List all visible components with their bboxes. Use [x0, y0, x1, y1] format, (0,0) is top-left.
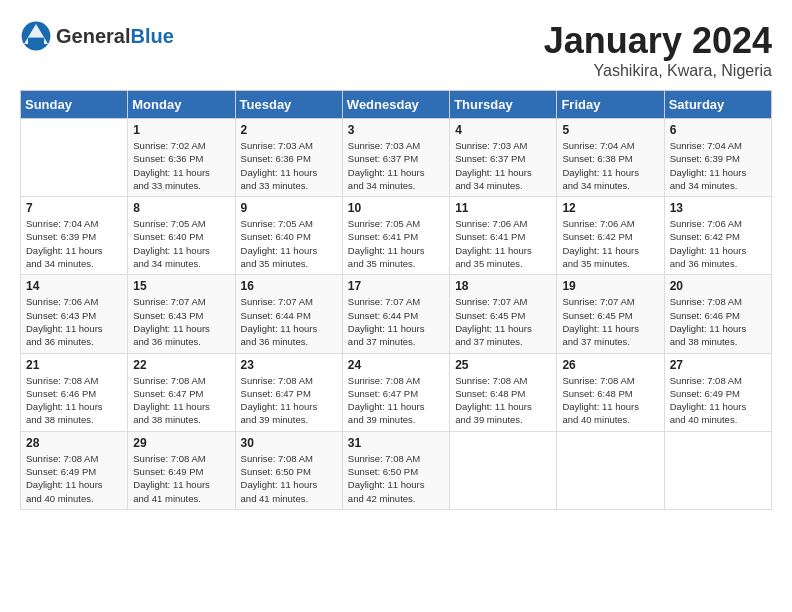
day-detail: Sunrise: 7:05 AM Sunset: 6:41 PM Dayligh… [348, 217, 444, 270]
calendar-cell: 17Sunrise: 7:07 AM Sunset: 6:44 PM Dayli… [342, 275, 449, 353]
day-number: 28 [26, 436, 122, 450]
calendar-week-row: 28Sunrise: 7:08 AM Sunset: 6:49 PM Dayli… [21, 431, 772, 509]
calendar-cell: 8Sunrise: 7:05 AM Sunset: 6:40 PM Daylig… [128, 197, 235, 275]
day-number: 25 [455, 358, 551, 372]
day-number: 12 [562, 201, 658, 215]
day-number: 4 [455, 123, 551, 137]
calendar-cell: 12Sunrise: 7:06 AM Sunset: 6:42 PM Dayli… [557, 197, 664, 275]
day-detail: Sunrise: 7:05 AM Sunset: 6:40 PM Dayligh… [241, 217, 337, 270]
calendar-cell [450, 431, 557, 509]
calendar-cell: 28Sunrise: 7:08 AM Sunset: 6:49 PM Dayli… [21, 431, 128, 509]
calendar-cell: 1Sunrise: 7:02 AM Sunset: 6:36 PM Daylig… [128, 119, 235, 197]
calendar-cell: 23Sunrise: 7:08 AM Sunset: 6:47 PM Dayli… [235, 353, 342, 431]
day-detail: Sunrise: 7:05 AM Sunset: 6:40 PM Dayligh… [133, 217, 229, 270]
calendar-cell [557, 431, 664, 509]
day-detail: Sunrise: 7:04 AM Sunset: 6:39 PM Dayligh… [670, 139, 766, 192]
day-detail: Sunrise: 7:07 AM Sunset: 6:43 PM Dayligh… [133, 295, 229, 348]
day-detail: Sunrise: 7:06 AM Sunset: 6:42 PM Dayligh… [670, 217, 766, 270]
calendar-cell: 19Sunrise: 7:07 AM Sunset: 6:45 PM Dayli… [557, 275, 664, 353]
calendar-title: January 2024 [544, 20, 772, 62]
day-number: 6 [670, 123, 766, 137]
calendar-cell: 25Sunrise: 7:08 AM Sunset: 6:48 PM Dayli… [450, 353, 557, 431]
day-number: 16 [241, 279, 337, 293]
day-number: 24 [348, 358, 444, 372]
day-detail: Sunrise: 7:07 AM Sunset: 6:45 PM Dayligh… [455, 295, 551, 348]
day-number: 29 [133, 436, 229, 450]
day-number: 23 [241, 358, 337, 372]
day-number: 22 [133, 358, 229, 372]
calendar-cell: 20Sunrise: 7:08 AM Sunset: 6:46 PM Dayli… [664, 275, 771, 353]
day-number: 30 [241, 436, 337, 450]
day-detail: Sunrise: 7:06 AM Sunset: 6:41 PM Dayligh… [455, 217, 551, 270]
calendar-cell: 10Sunrise: 7:05 AM Sunset: 6:41 PM Dayli… [342, 197, 449, 275]
calendar-cell: 9Sunrise: 7:05 AM Sunset: 6:40 PM Daylig… [235, 197, 342, 275]
day-number: 20 [670, 279, 766, 293]
day-detail: Sunrise: 7:04 AM Sunset: 6:38 PM Dayligh… [562, 139, 658, 192]
day-number: 15 [133, 279, 229, 293]
day-number: 1 [133, 123, 229, 137]
day-number: 3 [348, 123, 444, 137]
day-detail: Sunrise: 7:07 AM Sunset: 6:45 PM Dayligh… [562, 295, 658, 348]
calendar-cell: 2Sunrise: 7:03 AM Sunset: 6:36 PM Daylig… [235, 119, 342, 197]
logo-text: GeneralBlue [56, 25, 174, 47]
day-number: 26 [562, 358, 658, 372]
day-detail: Sunrise: 7:08 AM Sunset: 6:46 PM Dayligh… [26, 374, 122, 427]
page-header: GeneralBlue January 2024 Yashikira, Kwar… [20, 20, 772, 80]
calendar-cell: 3Sunrise: 7:03 AM Sunset: 6:37 PM Daylig… [342, 119, 449, 197]
calendar-cell: 27Sunrise: 7:08 AM Sunset: 6:49 PM Dayli… [664, 353, 771, 431]
calendar-cell: 29Sunrise: 7:08 AM Sunset: 6:49 PM Dayli… [128, 431, 235, 509]
day-detail: Sunrise: 7:08 AM Sunset: 6:48 PM Dayligh… [455, 374, 551, 427]
calendar-week-row: 14Sunrise: 7:06 AM Sunset: 6:43 PM Dayli… [21, 275, 772, 353]
day-detail: Sunrise: 7:06 AM Sunset: 6:43 PM Dayligh… [26, 295, 122, 348]
day-detail: Sunrise: 7:08 AM Sunset: 6:47 PM Dayligh… [241, 374, 337, 427]
header-saturday: Saturday [664, 91, 771, 119]
day-detail: Sunrise: 7:04 AM Sunset: 6:39 PM Dayligh… [26, 217, 122, 270]
calendar-week-row: 1Sunrise: 7:02 AM Sunset: 6:36 PM Daylig… [21, 119, 772, 197]
calendar-week-row: 21Sunrise: 7:08 AM Sunset: 6:46 PM Dayli… [21, 353, 772, 431]
calendar-cell: 24Sunrise: 7:08 AM Sunset: 6:47 PM Dayli… [342, 353, 449, 431]
logo: GeneralBlue [20, 20, 174, 52]
day-number: 27 [670, 358, 766, 372]
day-detail: Sunrise: 7:08 AM Sunset: 6:46 PM Dayligh… [670, 295, 766, 348]
day-detail: Sunrise: 7:08 AM Sunset: 6:50 PM Dayligh… [348, 452, 444, 505]
day-number: 13 [670, 201, 766, 215]
calendar-cell: 18Sunrise: 7:07 AM Sunset: 6:45 PM Dayli… [450, 275, 557, 353]
day-detail: Sunrise: 7:08 AM Sunset: 6:49 PM Dayligh… [133, 452, 229, 505]
calendar-cell: 26Sunrise: 7:08 AM Sunset: 6:48 PM Dayli… [557, 353, 664, 431]
calendar-cell: 31Sunrise: 7:08 AM Sunset: 6:50 PM Dayli… [342, 431, 449, 509]
calendar-cell: 16Sunrise: 7:07 AM Sunset: 6:44 PM Dayli… [235, 275, 342, 353]
header-friday: Friday [557, 91, 664, 119]
day-number: 14 [26, 279, 122, 293]
day-detail: Sunrise: 7:08 AM Sunset: 6:49 PM Dayligh… [26, 452, 122, 505]
day-number: 31 [348, 436, 444, 450]
calendar-week-row: 7Sunrise: 7:04 AM Sunset: 6:39 PM Daylig… [21, 197, 772, 275]
calendar-cell: 14Sunrise: 7:06 AM Sunset: 6:43 PM Dayli… [21, 275, 128, 353]
day-number: 10 [348, 201, 444, 215]
day-detail: Sunrise: 7:03 AM Sunset: 6:37 PM Dayligh… [455, 139, 551, 192]
calendar-cell [21, 119, 128, 197]
day-number: 7 [26, 201, 122, 215]
logo-icon [20, 20, 52, 52]
day-detail: Sunrise: 7:03 AM Sunset: 6:37 PM Dayligh… [348, 139, 444, 192]
day-detail: Sunrise: 7:08 AM Sunset: 6:50 PM Dayligh… [241, 452, 337, 505]
calendar-cell: 21Sunrise: 7:08 AM Sunset: 6:46 PM Dayli… [21, 353, 128, 431]
day-number: 2 [241, 123, 337, 137]
day-detail: Sunrise: 7:08 AM Sunset: 6:49 PM Dayligh… [670, 374, 766, 427]
day-number: 21 [26, 358, 122, 372]
calendar-cell: 15Sunrise: 7:07 AM Sunset: 6:43 PM Dayli… [128, 275, 235, 353]
day-number: 11 [455, 201, 551, 215]
header-sunday: Sunday [21, 91, 128, 119]
logo-blue-text: Blue [130, 25, 173, 47]
calendar-cell: 6Sunrise: 7:04 AM Sunset: 6:39 PM Daylig… [664, 119, 771, 197]
calendar-table: Sunday Monday Tuesday Wednesday Thursday… [20, 90, 772, 510]
calendar-cell: 4Sunrise: 7:03 AM Sunset: 6:37 PM Daylig… [450, 119, 557, 197]
day-number: 5 [562, 123, 658, 137]
svg-rect-2 [28, 38, 44, 44]
header-thursday: Thursday [450, 91, 557, 119]
calendar-subtitle: Yashikira, Kwara, Nigeria [544, 62, 772, 80]
header-monday: Monday [128, 91, 235, 119]
header-wednesday: Wednesday [342, 91, 449, 119]
day-detail: Sunrise: 7:02 AM Sunset: 6:36 PM Dayligh… [133, 139, 229, 192]
calendar-cell: 30Sunrise: 7:08 AM Sunset: 6:50 PM Dayli… [235, 431, 342, 509]
calendar-cell: 13Sunrise: 7:06 AM Sunset: 6:42 PM Dayli… [664, 197, 771, 275]
